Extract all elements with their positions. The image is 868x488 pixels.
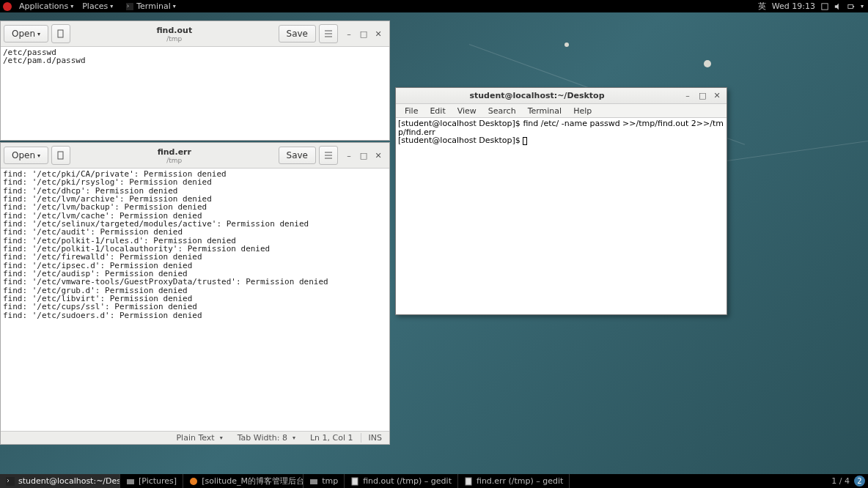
hamburger-icon [324,30,333,37]
minimize-button[interactable]: – [345,152,353,159]
maximize-button[interactable]: □ [360,30,367,37]
cursor-icon [523,137,527,145]
chevron-down-icon: ▾ [37,152,40,159]
editor-content[interactable]: find: '/etc/pki/CA/private': Permission … [1,169,389,431]
hamburger-icon [324,152,333,159]
gedit-window-findout: Open▾ find.out /tmp Save – □ ✕ /etc/pass… [0,21,390,141]
input-method-indicator[interactable]: 英 [758,1,766,12]
task-pictures[interactable]: [Pictures] [120,474,183,488]
distro-logo-icon [3,2,12,11]
task-gedit-finderr[interactable]: find.err (/tmp) – gedit [458,474,570,488]
hamburger-menu-button[interactable] [319,146,338,165]
maximize-button[interactable]: □ [360,152,367,159]
svg-point-14 [190,478,197,485]
terminal-icon [6,477,15,486]
terminal-titlebar[interactable]: student@localhost:~/Desktop – □ ✕ [396,88,727,104]
syntax-selector[interactable]: Plain Text▾ [169,433,229,443]
menu-search[interactable]: Search [482,106,522,116]
document-title: find.out [73,26,275,35]
a11y-icon[interactable] [821,3,828,10]
chevron-down-icon: ▾ [173,3,176,10]
task-terminal[interactable]: student@localhost:~/Desktop [0,474,120,488]
firefox-icon [189,477,198,486]
menu-file[interactable]: File [399,106,424,116]
volume-icon[interactable] [834,3,842,10]
svg-rect-2 [848,4,853,8]
places-menu[interactable]: Places▾ [78,1,117,11]
workspace-pager[interactable]: 1 / 4 [831,476,850,486]
chevron-down-icon: ▾ [220,435,223,441]
battery-icon[interactable] [847,3,855,10]
task-tmp[interactable]: tmp [304,474,345,488]
folder-icon [309,477,318,486]
chevron-down-icon: ▾ [110,3,113,10]
gedit-headerbar: Open▾ find.err /tmp Save – □ ✕ [1,143,389,169]
top-panel: Applications▾ Places▾ Terminal▾ 英 Wed 19… [0,0,868,12]
statusbar: Plain Text▾ Tab Width: 8▾ Ln 1, Col 1 IN… [1,431,389,444]
chevron-down-icon[interactable]: ▾ [861,3,864,10]
minimize-button[interactable]: – [684,91,691,100]
svg-rect-8 [58,152,63,159]
task-gedit-findout[interactable]: find.out (/tmp) – gedit [345,474,458,488]
chevron-down-icon: ▾ [293,435,295,441]
svg-rect-15 [310,479,317,484]
save-button[interactable]: Save [279,147,316,164]
menu-terminal[interactable]: Terminal [522,106,568,116]
gedit-icon [464,477,473,486]
minimize-button[interactable]: – [345,30,353,37]
open-button[interactable]: Open▾ [4,25,48,42]
terminal-menubar: File Edit View Search Terminal Help [396,104,727,118]
chevron-down-icon: ▾ [70,3,73,10]
terminal-content[interactable]: [student@localhost Desktop]$ find /etc/ … [396,118,727,314]
new-tab-button[interactable] [51,146,70,165]
document-path: /tmp [73,157,275,164]
new-doc-icon [56,29,65,38]
open-button[interactable]: Open▾ [4,147,48,164]
clock[interactable]: Wed 19:13 [772,1,815,11]
document-title: find.err [73,147,275,157]
tabwidth-selector[interactable]: Tab Width: 8▾ [230,433,303,443]
svg-rect-3 [853,6,854,7]
close-button[interactable]: ✕ [375,30,382,37]
gedit-icon [350,477,359,486]
cursor-position: Ln 1, Col 1 [303,433,361,443]
shell-prompt: [student@localhost Desktop]$ [398,136,523,145]
svg-rect-16 [352,478,358,485]
svg-rect-17 [466,478,471,485]
hamburger-menu-button[interactable] [319,24,338,43]
window-title: student@localhost:~/Desktop [396,91,678,100]
applications-menu[interactable]: Applications▾ [15,1,78,11]
close-button[interactable]: ✕ [713,91,721,100]
svg-rect-12 [6,477,15,486]
menu-edit[interactable]: Edit [424,106,451,116]
close-button[interactable]: ✕ [375,152,382,159]
new-doc-icon [56,151,65,160]
maximize-button[interactable]: □ [699,91,706,100]
svg-rect-13 [127,479,134,484]
menu-help[interactable]: Help [567,106,597,116]
terminal-window: student@localhost:~/Desktop – □ ✕ File E… [395,87,727,315]
chevron-down-icon: ▾ [37,31,40,37]
svg-rect-0 [126,3,133,10]
app-menu-terminal[interactable]: Terminal▾ [122,1,180,11]
svg-rect-4 [58,30,63,37]
new-tab-button[interactable] [51,24,70,43]
terminal-icon [126,3,133,10]
task-firefox[interactable]: [solitude_M的博客管理后台-51… [183,474,304,488]
gedit-headerbar: Open▾ find.out /tmp Save – □ ✕ [1,21,389,47]
notification-badge[interactable]: 2 [854,476,865,487]
svg-rect-1 [822,3,828,9]
insert-mode: INS [361,433,389,443]
save-button[interactable]: Save [279,25,316,42]
editor-content[interactable]: /etc/passwd /etc/pam.d/passwd [1,47,389,140]
taskbar: student@localhost:~/Desktop [Pictures] [… [0,474,868,488]
document-path: /tmp [73,35,275,42]
gedit-window-finderr: Open▾ find.err /tmp Save – □ ✕ find: '/e… [0,142,390,445]
folder-icon [126,477,135,486]
menu-view[interactable]: View [452,106,482,116]
